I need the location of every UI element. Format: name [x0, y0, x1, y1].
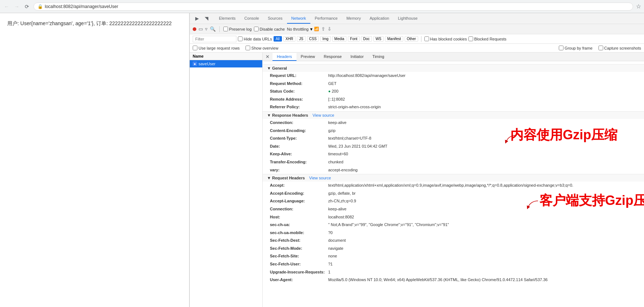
throttle-dropdown[interactable]: No throttling ▼ 📶 [287, 27, 319, 31]
headers-content: ▼ General Request URL: http://localhost:… [263, 61, 644, 287]
inspect-icon[interactable]: ▶ [193, 14, 201, 23]
filter-css[interactable]: CSS [307, 36, 319, 42]
status-code-value: ● 200 [328, 88, 338, 95]
filter-ws[interactable]: WS [373, 36, 384, 42]
request-url-value: http://localhost:8082/api/manager/saveUs… [328, 73, 405, 79]
request-item-icon: ■ [193, 62, 197, 66]
request-headers-title: ▼ Request Headers [267, 176, 305, 180]
request-headers-section[interactable]: ▼ Request Headers View source [263, 174, 644, 182]
filter-media[interactable]: Media [332, 36, 346, 42]
resp-transfer-encoding-row: Transfer-Encoding: chunked [263, 158, 644, 166]
req-sec-fetch-site-label: Sec-Fetch-Site: [270, 253, 328, 260]
blocked-requests-label[interactable]: Blocked Requests [468, 36, 507, 41]
tab-timing[interactable]: Timing [368, 53, 389, 61]
req-accept-value: text/html,application/xhtml+xml,applicat… [328, 182, 573, 189]
record-button[interactable] [193, 27, 196, 31]
group-by-frame-label[interactable]: Group by frame [559, 46, 592, 50]
preserve-log-checkbox[interactable] [223, 27, 228, 31]
filter-doc[interactable]: Doc [361, 36, 372, 42]
resp-keep-alive-value: timeout=60 [328, 151, 348, 158]
filter-all[interactable]: All [274, 36, 282, 42]
large-rows-checkbox[interactable] [193, 46, 197, 50]
remote-address-value: [::1]:8082 [328, 96, 345, 103]
main-area: 用户: User{name='zhangsan', age='1'}, 订单: … [0, 13, 644, 307]
request-view-source[interactable]: View source [309, 176, 331, 180]
req-sec-fetch-user-row: Sec-Fetch-User: ?1 [263, 260, 644, 268]
show-overview-checkbox[interactable] [246, 46, 250, 50]
disable-cache-checkbox[interactable] [254, 27, 259, 31]
tab-console[interactable]: Console [240, 13, 263, 24]
resp-transfer-encoding-value: chunked [328, 159, 343, 166]
page-text: 用户: User{name='zhangsan', age='1'}, 订单: … [7, 20, 172, 26]
blocked-cookies-checkbox[interactable] [424, 36, 429, 41]
filter-img[interactable]: Img [320, 36, 331, 42]
filter-manifest[interactable]: Manifest [385, 36, 403, 42]
referrer-policy-label: Referrer Policy: [270, 104, 328, 110]
resp-keep-alive-label: Keep-Alive: [270, 151, 328, 158]
preserve-log-label[interactable]: Preserve log [223, 27, 252, 31]
req-sec-fetch-dest-row: Sec-Fetch-Dest: document [263, 237, 644, 245]
reload-button[interactable]: ⟳ [23, 3, 31, 10]
tab-preview[interactable]: Preview [297, 53, 319, 61]
hide-data-urls-checkbox[interactable] [238, 36, 243, 41]
tab-sources[interactable]: Sources [263, 13, 287, 24]
remote-address-row: Remote Address: [::1]:8082 [263, 96, 644, 104]
filter-other[interactable]: Other [405, 36, 418, 42]
tab-network[interactable]: Network [287, 13, 310, 24]
device-icon[interactable]: ◥ [202, 14, 211, 23]
response-headers-section[interactable]: ▼ Response Headers View source [263, 111, 644, 119]
general-section-header[interactable]: ▼ General [263, 64, 644, 72]
network-toolbar: ▭ ▿ 🔍 Preserve log Disable cache No thro… [190, 24, 644, 34]
stop-icon[interactable]: ▭ [199, 26, 203, 32]
tab-headers[interactable]: Headers [272, 53, 297, 61]
name-column-header: Name [193, 54, 204, 58]
resp-date-label: Date: [270, 143, 328, 150]
devtools-toolbar: ▶ ◥ Elements Console Sources Network Per… [190, 13, 644, 24]
group-by-frame-checkbox[interactable] [559, 46, 564, 50]
show-overview-label[interactable]: Show overview [246, 46, 278, 50]
tab-response[interactable]: Response [319, 53, 346, 61]
disable-cache-text: Disable cache [260, 27, 285, 31]
filter-icon[interactable]: ▿ [205, 26, 208, 32]
req-accept-encoding-value: gzip, deflate, br [328, 190, 356, 197]
upload-icon[interactable]: ⇧ [321, 26, 325, 32]
tab-performance[interactable]: Performance [310, 13, 342, 24]
show-overview-text: Show overview [251, 46, 278, 50]
blocked-requests-checkbox[interactable] [468, 36, 473, 41]
throttle-arrow: ▼ [309, 27, 313, 31]
disable-cache-label[interactable]: Disable cache [254, 27, 285, 31]
hide-data-urls-label[interactable]: Hide data URLs [238, 36, 272, 41]
back-button[interactable]: ← [3, 3, 10, 10]
capture-screenshots-label[interactable]: Capture screenshots [598, 46, 641, 50]
request-item-saveuser[interactable]: ■ saveUser [190, 60, 262, 67]
large-rows-label[interactable]: Use large request rows [193, 46, 240, 50]
request-method-value: GET [328, 81, 337, 87]
response-view-source[interactable]: View source [313, 113, 334, 117]
forward-button[interactable]: → [13, 3, 20, 10]
tab-elements[interactable]: Elements [215, 13, 240, 24]
tab-initiator[interactable]: Initiator [346, 53, 368, 61]
filter-font[interactable]: Font [348, 36, 360, 42]
resp-keep-alive-row: Keep-Alive: timeout=60 [263, 150, 644, 158]
separator-2 [421, 36, 421, 42]
capture-screenshots-checkbox[interactable] [598, 46, 603, 50]
options-bar: Use large request rows Show overview Gro… [190, 44, 644, 53]
filter-xhr[interactable]: XHR [283, 36, 295, 42]
blocked-cookies-label[interactable]: Has blocked cookies [424, 36, 467, 41]
tab-lighthouse[interactable]: Lighthouse [393, 13, 422, 24]
req-host-row: Host: localhost:8082 [263, 213, 644, 221]
tab-memory[interactable]: Memory [342, 13, 365, 24]
filter-input[interactable] [193, 36, 236, 42]
details-panel: ✕ Headers Preview Response Initiator Tim… [263, 53, 644, 307]
address-bar[interactable]: 🔒 localhost:8082/api/manager/saveUser [34, 3, 633, 11]
bookmark-icon[interactable]: ☆ [636, 3, 641, 10]
download-icon[interactable]: ⇩ [327, 26, 331, 32]
resp-content-type-value: text/html;charset=UTF-8 [328, 135, 371, 142]
filter-js[interactable]: JS [297, 36, 306, 42]
close-details-button[interactable]: ✕ [263, 53, 272, 61]
req-accept-language-row: Accept-Language: zh-CN,zh;q=0.9 [263, 197, 644, 205]
search-icon[interactable]: 🔍 [210, 26, 216, 32]
tab-application[interactable]: Application [365, 13, 394, 24]
req-accept-encoding-label: Accept-Encoding: [270, 190, 328, 197]
preserve-log-text: Preserve log [229, 27, 252, 31]
